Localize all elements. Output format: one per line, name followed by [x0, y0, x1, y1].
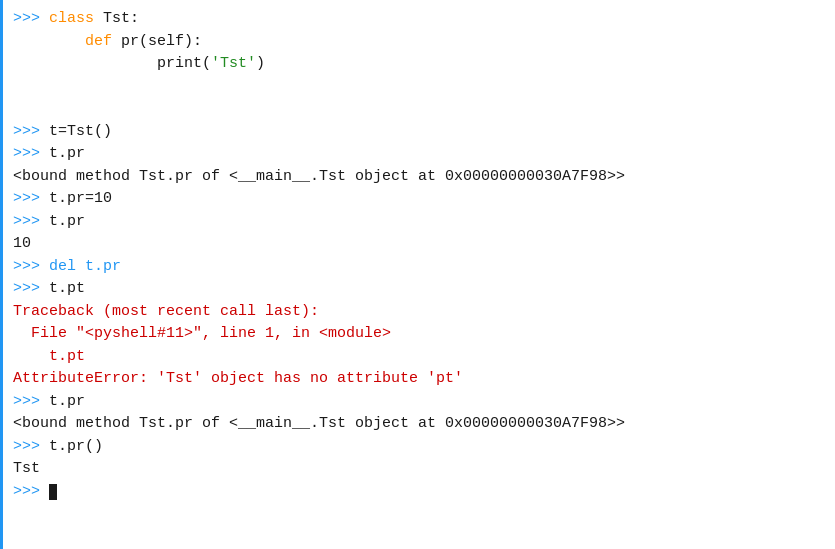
- prompt-7: >>>: [13, 213, 49, 230]
- prompt-5: >>>: [13, 145, 49, 162]
- code-line-5: >>> t.pr: [13, 143, 825, 166]
- code-line-11: >>> t.pr(): [13, 436, 825, 459]
- prompt-9: >>>: [13, 280, 49, 297]
- code-line-8: >>> del t.pr: [13, 256, 825, 279]
- error-line-3: t.pt: [13, 346, 825, 369]
- keyword-class: class: [49, 10, 94, 27]
- string-tst: 'Tst': [211, 55, 256, 72]
- python-console: >>> class Tst: def pr(self): print('Tst'…: [0, 0, 835, 549]
- output-bound-1: <bound method Tst.pr of <__main__.Tst ob…: [13, 166, 825, 189]
- bound-method-1: <bound method Tst.pr of <__main__.Tst ob…: [13, 168, 625, 185]
- code-line-10: >>> t.pr: [13, 391, 825, 414]
- code-line-4: >>> t=Tst(): [13, 121, 825, 144]
- code-line-7: >>> t.pr: [13, 211, 825, 234]
- prompt-11: >>>: [13, 438, 49, 455]
- cmd-t-pr: t.pr: [49, 145, 85, 162]
- attribute-error: AttributeError: 'Tst' object has no attr…: [13, 370, 463, 387]
- number-10: 10: [13, 235, 31, 252]
- output-bound-2: <bound method Tst.pr of <__main__.Tst ob…: [13, 413, 825, 436]
- code-line-9: >>> t.pt: [13, 278, 825, 301]
- code-line-2: def pr(self):: [13, 31, 825, 54]
- cursor: [49, 484, 57, 500]
- prompt-4: >>>: [13, 123, 49, 140]
- tst-output: Tst: [13, 460, 40, 477]
- code-line-6: >>> t.pr=10: [13, 188, 825, 211]
- error-line-1: Traceback (most recent call last):: [13, 301, 825, 324]
- prompt-1: >>>: [13, 10, 49, 27]
- prompt-8: >>>: [13, 258, 49, 275]
- indent-def: [13, 33, 85, 50]
- traceback-code: t.pt: [13, 348, 85, 365]
- code-line-1: >>> class Tst:: [13, 8, 825, 31]
- cmd-t-pt: t.pt: [49, 280, 85, 297]
- prompt-6: >>>: [13, 190, 49, 207]
- blank-1: [13, 76, 825, 99]
- cmd-t-pr-call: t.pr(): [49, 438, 103, 455]
- error-line-4: AttributeError: 'Tst' object has no attr…: [13, 368, 825, 391]
- cmd-t-pr-3: t.pr: [49, 393, 85, 410]
- prompt-final: >>>: [13, 483, 49, 500]
- output-number-1: 10: [13, 233, 825, 256]
- error-line-2: File "<pyshell#11>", line 1, in <module>: [13, 323, 825, 346]
- cmd-t-tst: t=Tst(): [49, 123, 112, 140]
- cmd-del: del t.pr: [49, 258, 121, 275]
- cmd-t-pr-2: t.pr: [49, 213, 85, 230]
- fn-def: pr(self):: [112, 33, 202, 50]
- blank-2: [13, 98, 825, 121]
- output-tst: Tst: [13, 458, 825, 481]
- keyword-def: def: [85, 33, 112, 50]
- final-prompt[interactable]: >>>: [13, 481, 825, 504]
- traceback-file: File "<pyshell#11>", line 1, in <module>: [13, 325, 391, 342]
- cmd-t-pr-10: t.pr=10: [49, 190, 112, 207]
- indent-print: [13, 55, 157, 72]
- bound-method-2: <bound method Tst.pr of <__main__.Tst ob…: [13, 415, 625, 432]
- code-line-3: print('Tst'): [13, 53, 825, 76]
- print-call: print(: [157, 55, 211, 72]
- class-name: Tst:: [94, 10, 139, 27]
- print-close: ): [256, 55, 265, 72]
- prompt-10: >>>: [13, 393, 49, 410]
- traceback-header: Traceback (most recent call last):: [13, 303, 319, 320]
